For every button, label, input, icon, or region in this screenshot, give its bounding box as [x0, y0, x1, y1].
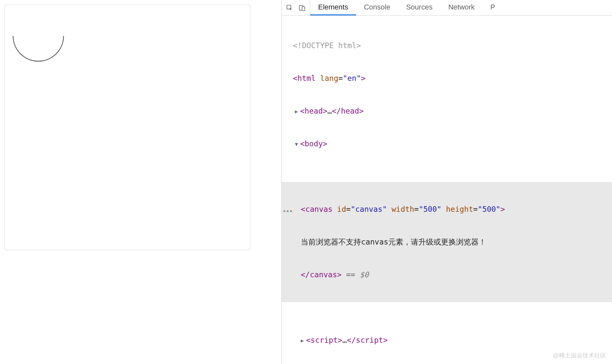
dom-script[interactable]: ▶<script>…</script> — [282, 335, 612, 346]
dom-body-open[interactable]: ▼<body> — [282, 138, 612, 149]
canvas-fallback-text: 当前浏览器不支持canvas元素，请升级或更换浏览器！ — [301, 238, 486, 246]
device-toggle-icon[interactable] — [298, 4, 306, 12]
dom-tree[interactable]: <!DOCTYPE html> <html lang="en"> ▶<head>… — [282, 16, 612, 364]
tab-network[interactable]: Network — [440, 0, 483, 15]
tab-elements[interactable]: Elements — [310, 0, 356, 15]
canvas-arc — [11, 8, 67, 65]
chevron-right-icon[interactable]: ▶ — [295, 108, 300, 115]
page-pane — [0, 0, 281, 364]
ellipsis-icon[interactable]: ••• — [282, 207, 292, 216]
chevron-right-icon[interactable]: ▶ — [301, 337, 306, 344]
chevron-down-icon[interactable]: ▼ — [295, 140, 300, 148]
devtools-panel: Elements Console Sources Network P <!DOC… — [281, 0, 612, 364]
tab-more[interactable]: P — [483, 0, 503, 15]
dom-selected-node[interactable]: ••• <canvas id="canvas" width="500" heig… — [282, 182, 612, 302]
dom-html-open[interactable]: <html lang="en"> — [282, 73, 612, 84]
tab-sources[interactable]: Sources — [398, 0, 440, 15]
watermark: @稀土掘金技术社区 — [553, 352, 606, 359]
dom-doctype[interactable]: <!DOCTYPE html> — [282, 40, 612, 51]
canvas-element[interactable] — [5, 5, 250, 250]
devtools-toolbar: Elements Console Sources Network P — [282, 0, 612, 16]
dom-head[interactable]: ▶<head>…</head> — [282, 106, 612, 117]
svg-rect-2 — [302, 7, 305, 10]
inspect-icon[interactable] — [286, 4, 294, 12]
tab-console[interactable]: Console — [356, 0, 398, 15]
